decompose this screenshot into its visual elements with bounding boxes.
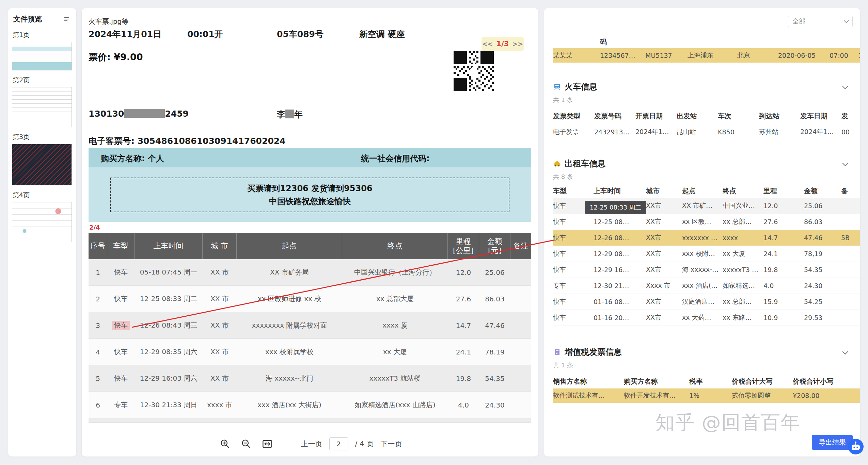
cell-time: 12-29 08:35 周六	[135, 347, 203, 356]
column-header: 上车时间	[135, 233, 203, 259]
cell: 昆山站	[677, 128, 718, 136]
credit-code-label: 统一社会信用代码:	[361, 153, 430, 164]
list-toggle-icon[interactable]	[62, 15, 71, 23]
cell-cartype: 快车	[107, 374, 135, 383]
cell-amount: 86.03	[804, 218, 841, 226]
collapse-chevron-icon[interactable]	[842, 161, 848, 166]
page-thumbnail-4[interactable]	[12, 202, 72, 242]
cell: 2024年1…	[635, 128, 677, 136]
column-header: 到达站	[759, 112, 800, 121]
cell-amount: 47.46	[479, 321, 510, 330]
column-header: 里程	[763, 186, 804, 196]
cell-time: 12-25 08…	[594, 218, 646, 226]
table-row[interactable]: 软件测试技术有… 软件开发技术有… 1% 贰佰零捌圆整 ¥208.00	[553, 388, 860, 403]
ticket-coach-seat: 05车089号	[277, 29, 323, 40]
cell-cartype: 快车	[553, 249, 594, 258]
cell-seq: 6	[89, 401, 107, 409]
section-title: 火车信息	[565, 81, 597, 92]
assistant-chat-icon[interactable]	[848, 438, 864, 455]
table-row[interactable]: 快车 12-29 08… XX市 xxx 校附… xx 大厦 24.1 78,1…	[553, 246, 860, 262]
qr-code	[454, 51, 494, 91]
fit-width-button[interactable]	[260, 437, 274, 451]
result-filter-dropdown[interactable]: 全部	[788, 16, 853, 27]
prev-page-button[interactable]: 上一页	[301, 439, 322, 449]
cell: 苏州站	[759, 128, 800, 136]
cell: 2432913…	[594, 128, 635, 136]
cell-origin: 海 xxxxx--北门	[237, 374, 342, 383]
cell-seller: 软件测试技术有…	[553, 391, 624, 400]
flight-table-row[interactable]: 某某某1234567…MU5137上海浦东北京2020-06-0507:0015	[553, 48, 860, 63]
prev-image-button[interactable]: <<	[482, 40, 493, 48]
partial-next-row	[89, 418, 531, 423]
column-header: 备注	[510, 233, 531, 259]
table-row[interactable]: 专车 12-30 21… Xxxx 市 xxx 酒店(… 如家精选… 4.0 2…	[553, 278, 860, 294]
table-row[interactable]: 快车 12-26 08… XX市 xxxxxxx … xxxx 14.7 47.…	[553, 230, 860, 246]
invoice-icon	[553, 348, 561, 356]
cell: 00	[841, 128, 860, 136]
column-header: 起点	[682, 186, 723, 196]
ticket-id-line: 1301302459	[89, 109, 189, 119]
cell-time: 05-18 07:45 周一	[135, 268, 203, 277]
page-thumbnail-2[interactable]	[12, 87, 72, 127]
page-thumb-label: 第2页	[13, 76, 72, 85]
section-title: 增值税发票信息	[565, 347, 622, 358]
cell-city: XX 市	[203, 294, 237, 303]
column-header: 终点	[723, 186, 763, 196]
cell: 2020-06-05	[778, 52, 830, 59]
column-header: 价税合计大写	[732, 377, 793, 386]
page-thumbnail-3[interactable]	[12, 144, 72, 185]
cell-distance: 24.1	[448, 348, 479, 356]
vat-section-header: 增值税发票信息	[553, 347, 860, 357]
cell: 15	[858, 52, 860, 59]
zoom-out-button[interactable]	[239, 437, 253, 451]
cell-buyer: 软件开发技术有…	[624, 391, 689, 400]
image-counter: 1/3	[496, 40, 509, 48]
page-thumb-label: 第4页	[13, 191, 72, 200]
table-row: 1 快车 05-18 07:45 周一 XX 市 XX 市矿务局 中国兴业银行（…	[89, 259, 531, 286]
cell-destination: xxxxxT3 航站楼	[342, 374, 448, 383]
taxi-icon	[553, 160, 561, 168]
flight-table-header-partial: 码	[553, 37, 860, 46]
cell-seq: 5	[89, 375, 107, 383]
zoom-in-button[interactable]	[218, 437, 232, 451]
cell-city: XX市	[646, 217, 682, 226]
cell-cartype: 专车	[107, 400, 135, 410]
notice-box: 买票请到12306 发货请到95306 中国铁路祝您旅途愉快	[110, 178, 509, 212]
cell-destination: 中国兴业…	[723, 201, 763, 210]
vat-table-header: 销售方名称购买方名称税率价税合计大写价税合计小写	[553, 377, 860, 386]
table-row[interactable]: 快车 01-16 08… XX市 汉庭酒店… xx 总部… 15.9 54.25	[553, 294, 860, 310]
table-row: 6 专车 12-30 21:33 周日 xxxx 市 xxx 酒店(xx 大街店…	[89, 392, 531, 418]
table-row[interactable]: 快车 01-16 20… XX市 xx 大药… xx 东路… 10.9 29.5…	[553, 310, 860, 326]
page-thumbnail-1[interactable]	[12, 42, 72, 70]
cell-time: 01-16 08…	[594, 298, 646, 305]
page-input[interactable]	[329, 437, 348, 450]
collapse-chevron-icon[interactable]	[842, 349, 848, 355]
cell-cartype: 快车	[107, 347, 135, 356]
column-header: 备	[841, 186, 860, 196]
cell-amount-words: 贰佰零捌圆整	[732, 391, 793, 400]
table-row: 5 快车 12-29 16:03 周六 XX 市 海 xxxxx--北门 xxx…	[89, 365, 531, 392]
cell-destination: xxxx 厦	[342, 321, 448, 330]
cell: MU5137	[645, 52, 688, 59]
cell-amount: 86.03	[479, 295, 510, 303]
filter-value: 全部	[792, 17, 805, 26]
table-row[interactable]: 快车 12-29 16… XX市 海 xxxxx-… xxxxxT3 … 19.…	[553, 262, 860, 278]
export-results-button[interactable]: 导出结果	[812, 435, 853, 450]
cell-distance: 14.7	[448, 321, 479, 330]
cell-city: XX市	[646, 249, 682, 258]
name-last: 年	[294, 110, 303, 119]
cell-destination: 如家精选酒店(xxx 山路店)	[342, 400, 448, 410]
table-row[interactable]: 快车 12-25 08… XX市 xx 区教… xx 总部… 27.6 86.0…	[553, 214, 860, 230]
table-row[interactable]: 电子发票 2432913… 2024年1… 昆山站 K850 苏州站 2024年…	[553, 124, 860, 139]
next-image-button[interactable]: >>	[512, 40, 523, 48]
cell-distance: 4.0	[763, 282, 804, 289]
cell-time: 12-26 08…	[594, 234, 646, 242]
eticket-number: 电子客票号: 3054861086103091417602024	[89, 135, 286, 147]
cell-remark: 5B	[841, 234, 860, 242]
cell-amount: 29.53	[804, 314, 841, 321]
cell-amount: 24.30	[804, 282, 841, 289]
cell-time: 12-29 08…	[594, 250, 646, 258]
cell-distance: 19.8	[448, 375, 479, 383]
collapse-chevron-icon[interactable]	[842, 84, 848, 89]
next-page-button[interactable]: 下一页	[380, 439, 402, 449]
